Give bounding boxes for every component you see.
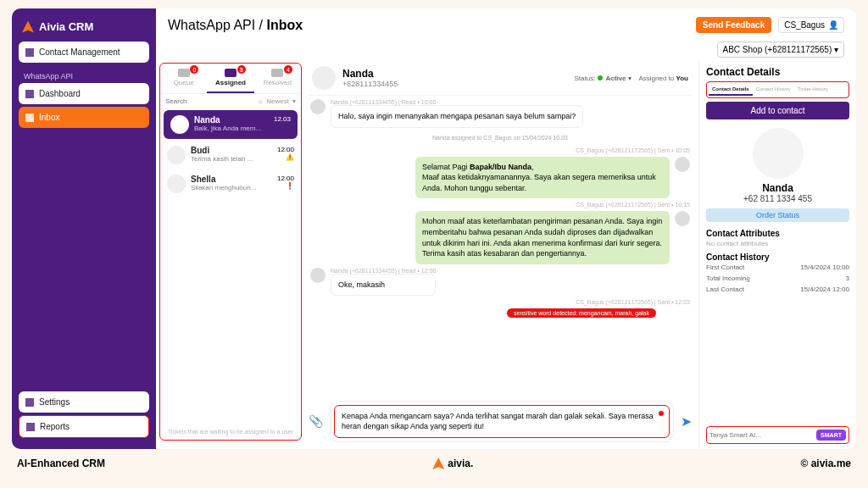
smart-ai-input[interactable]: [709, 431, 816, 439]
avatar: [675, 211, 690, 226]
logo-icon: [432, 458, 444, 469]
sidebar-contact-management[interactable]: Contact Management: [19, 42, 149, 63]
details-tab-contact[interactable]: Contact Details: [709, 84, 753, 96]
search-input[interactable]: [165, 97, 255, 105]
page-footer: AI-Enhanced CRM aivia. © aivia.me: [0, 449, 868, 478]
send-button[interactable]: ➤: [681, 413, 692, 430]
grid-icon: [25, 90, 34, 98]
sidebar: Aivia CRM Contact Management WhatsApp AP…: [12, 8, 156, 449]
warning-icon: ⚠️: [277, 153, 294, 161]
status-dot-icon: [598, 75, 603, 80]
tab-assigned[interactable]: Assigned3: [207, 64, 253, 93]
message-bubble: Mohon maaf atas keterlambatan pengiriman…: [415, 211, 670, 263]
smart-ai-button[interactable]: SMART: [816, 430, 846, 441]
system-message: Nanda assigned to CS_Bagus on 15/04/2024…: [310, 135, 690, 141]
app-logo: Aivia CRM: [22, 20, 146, 33]
user-menu[interactable]: CS_Bagus 👤: [778, 17, 844, 33]
avatar: [170, 115, 189, 134]
chevron-down-icon: ▾: [292, 97, 296, 105]
logo-icon: [22, 21, 34, 33]
send-feedback-button[interactable]: Send Feedback: [696, 17, 771, 33]
details-tab-history[interactable]: Contact History: [753, 84, 794, 96]
sidebar-dashboard[interactable]: Dashboard: [19, 83, 149, 104]
avatar: [753, 128, 804, 179]
inbox-panel: Queue0 Assigned3 Resolved4 ⌕ Newest ▾ Na…: [159, 63, 302, 441]
footer-brand: aivia.: [432, 458, 473, 469]
alert-dot-icon: [659, 411, 664, 416]
details-title: Contact Details: [706, 66, 849, 78]
sidebar-inbox[interactable]: Inbox: [19, 107, 149, 128]
avatar: [675, 157, 690, 172]
conversation-item[interactable]: NandaBaik, jika Anda mem... 12.03: [164, 110, 298, 139]
shop-selector[interactable]: ABC Shop (+628121172565) ▾: [717, 42, 845, 58]
breadcrumb: WhatsApp API / Inbox: [168, 18, 303, 33]
avatar: [310, 268, 326, 283]
compose-input[interactable]: Kenapa Anda mengancam saya? Anda terliha…: [334, 405, 670, 438]
message-bubble: Selamat Pagi Bapak/Ibu Nanda, Maaf atas …: [415, 157, 670, 199]
tab-queue[interactable]: Queue0: [160, 64, 207, 93]
topbar: WhatsApp API / Inbox Send Feedback CS_Ba…: [156, 8, 856, 42]
detail-name: Nanda: [706, 182, 849, 194]
message-bubble: Halo, saya ingin menanyakan mengapa pesa…: [331, 105, 583, 128]
conversation-item[interactable]: ShellaSilakan menghubun... 12.00❗: [160, 169, 301, 198]
conversation-item[interactable]: BudiTerima kasih telah ... 12.00⚠️: [160, 141, 301, 169]
assigned-to: Assigned to You: [638, 75, 688, 82]
footer-copyright: © aivia.me: [800, 458, 851, 469]
gear-icon: [25, 398, 34, 407]
avatar: [167, 146, 186, 164]
message-bubble: Oke, makasih: [331, 274, 436, 297]
user-icon: 👤: [828, 20, 838, 30]
contact-details-panel: Contact Details Contact Details Contact …: [698, 61, 856, 449]
chat-panel: Nanda+628111334455 Status:Active ▾ Assig…: [302, 61, 698, 449]
sensitive-word-alert: sensitive word detected: mengancam, mara…: [507, 308, 656, 318]
sidebar-section-whatsapp: WhatsApp API: [24, 72, 144, 80]
status-select[interactable]: Status:Active ▾: [575, 75, 632, 82]
detail-phone: +62 811 1334 455: [706, 194, 849, 203]
chat-contact-phone: +628111334455: [342, 80, 398, 88]
search-icon: ⌕: [259, 97, 263, 105]
cloud-icon: [25, 48, 34, 57]
paperclip-icon[interactable]: 📎: [309, 414, 323, 428]
sidebar-settings[interactable]: Settings: [19, 391, 149, 413]
alert-icon: ❗: [277, 182, 294, 190]
avatar: [167, 175, 186, 193]
avatar: [310, 99, 326, 114]
sidebar-reports[interactable]: Reports: [19, 415, 149, 438]
report-icon: [26, 423, 35, 431]
tab-resolved[interactable]: Resolved4: [254, 64, 301, 93]
order-status-button[interactable]: Order Status: [706, 208, 849, 222]
add-to-contact-button[interactable]: Add to contact: [706, 102, 849, 119]
chat-icon: [25, 114, 34, 122]
footer-tagline: AI-Enhanced CRM: [17, 458, 105, 469]
details-tab-tickets[interactable]: Ticket History: [794, 84, 832, 96]
inbox-footer-hint: Tickets that are waiting to be assigned …: [160, 424, 301, 440]
avatar: [312, 66, 336, 90]
sort-select[interactable]: Newest: [266, 97, 289, 105]
chat-contact-name: Nanda: [342, 68, 398, 80]
